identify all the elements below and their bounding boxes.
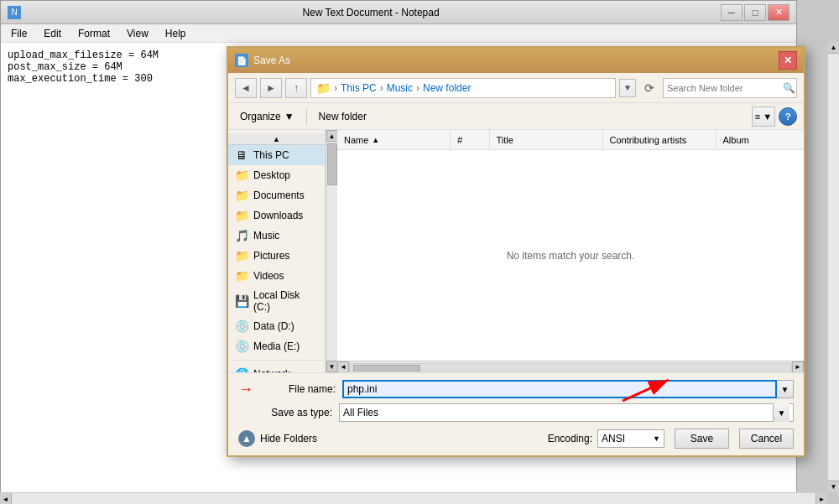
sidebar-item-downloads[interactable]: 📁 Downloads: [228, 205, 325, 226]
documents-icon: 📁: [235, 189, 248, 202]
maximize-button[interactable]: □: [744, 4, 766, 21]
empty-message: No items match your search.: [507, 250, 635, 262]
search-input[interactable]: [667, 83, 783, 93]
menu-view[interactable]: View: [120, 26, 155, 41]
sidebar-item-data-d[interactable]: 💿 Data (D:): [228, 316, 325, 336]
sidebar-item-media-e[interactable]: 💿 Media (E:): [228, 336, 325, 356]
sidebar-item-videos[interactable]: 📁 Videos: [228, 266, 325, 286]
file-name-label: File name:: [260, 383, 336, 395]
sidebar-label-downloads: Downloads: [253, 210, 303, 221]
file-list[interactable]: No items match your search.: [337, 150, 804, 361]
dialog-title-left: 📄 Save As: [235, 54, 290, 67]
horizontal-scrollbar: ◄ ►: [337, 361, 804, 372]
breadcrumb-bar[interactable]: 📁 › This PC › Music › New folder: [310, 78, 616, 98]
sidebar-item-documents[interactable]: 📁 Documents: [228, 185, 325, 205]
notepad-hscroll-left[interactable]: ◄: [0, 493, 12, 504]
horiz-scroll-track[interactable]: [349, 363, 792, 372]
dialog-title-text: Save As: [253, 55, 290, 66]
notepad-close-button[interactable]: ✕: [768, 4, 789, 21]
sidebar-item-this-pc[interactable]: 🖥 This PC: [228, 145, 325, 165]
refresh-button[interactable]: ⟳: [639, 78, 659, 98]
help-button[interactable]: ?: [779, 107, 797, 126]
sidebar-scroll-up[interactable]: ▲: [228, 133, 325, 145]
encoding-dropdown[interactable]: ANSI ▼: [597, 429, 664, 448]
encoding-group: Encoding: ANSI ▼: [548, 429, 664, 448]
notepad-hscrollbar: ◄ ►: [0, 492, 827, 504]
breadcrumb-folder-icon: 📁: [316, 81, 331, 95]
arrow-to-filename: →: [238, 381, 253, 398]
save-type-dropdown-arrow[interactable]: ▼: [773, 403, 789, 422]
cancel-button[interactable]: Cancel: [739, 429, 794, 449]
file-list-container: Name ▲ # Title Contributing artists Albu…: [337, 130, 804, 372]
local-disk-c-icon: 💾: [235, 294, 248, 308]
breadcrumb-dropdown[interactable]: ▼: [619, 79, 636, 97]
sidebar-container: ▲ 🖥 This PC 📁 Desktop 📁 Documents 📁 Down…: [228, 130, 337, 372]
sidebar-item-local-disk-c[interactable]: 💾 Local Disk (C:): [228, 286, 325, 316]
dialog-main-area: ▲ 🖥 This PC 📁 Desktop 📁 Documents 📁 Down…: [228, 130, 804, 372]
sidebar-scrollbar: ▲ ▼: [326, 130, 337, 372]
notepad-title: New Text Document - Notepad: [21, 7, 721, 18]
notepad-scroll-down[interactable]: ▼: [828, 481, 839, 492]
dialog-icon: 📄: [235, 54, 248, 67]
menu-help[interactable]: Help: [159, 26, 193, 41]
save-as-type-container: All Files ▼: [339, 403, 794, 422]
notepad-scroll-up[interactable]: ▲: [828, 42, 839, 54]
forward-button[interactable]: ►: [260, 78, 282, 98]
menu-file[interactable]: File: [4, 26, 34, 41]
dialog-close-button[interactable]: ✕: [779, 51, 797, 70]
header-title[interactable]: Title: [490, 130, 603, 149]
search-bar: 🔍: [663, 78, 797, 98]
save-as-type-row: Save as type: All Files ▼: [238, 403, 794, 422]
nav-bar: ◄ ► ↑ 📁 › This PC › Music › New folder ▼…: [228, 73, 804, 103]
sidebar-label-desktop: Desktop: [253, 169, 290, 181]
sidebar-scrollbar-up[interactable]: ▲: [326, 130, 338, 142]
music-icon: 🎵: [235, 229, 248, 242]
file-name-row: → File name: ▼: [238, 380, 794, 398]
header-album[interactable]: Album: [717, 130, 805, 149]
sidebar-label-media-e: Media (E:): [253, 340, 300, 352]
breadcrumb-new-folder[interactable]: New folder: [423, 82, 471, 94]
horiz-scroll-thumb: [353, 365, 420, 372]
header-name[interactable]: Name ▲: [337, 130, 451, 149]
breadcrumb-this-pc[interactable]: This PC: [341, 82, 377, 94]
header-contributing-artists[interactable]: Contributing artists: [603, 130, 717, 149]
sidebar-item-music[interactable]: 🎵 Music: [228, 226, 325, 246]
menu-format[interactable]: Format: [71, 26, 117, 41]
hide-folders-button[interactable]: ▲ Hide Folders: [238, 430, 317, 447]
organize-button[interactable]: Organize ▼: [235, 109, 300, 124]
horiz-scroll-right[interactable]: ►: [792, 361, 804, 373]
menu-edit[interactable]: Edit: [37, 26, 68, 41]
save-as-type-dropdown[interactable]: All Files ▼: [339, 403, 794, 422]
sidebar-scrollbar-down[interactable]: ▼: [326, 361, 338, 372]
back-button[interactable]: ◄: [235, 78, 257, 98]
sidebar: ▲ 🖥 This PC 📁 Desktop 📁 Documents 📁 Down…: [228, 130, 326, 372]
file-name-input[interactable]: [342, 380, 777, 398]
horiz-scroll-left[interactable]: ◄: [337, 361, 349, 373]
view-button[interactable]: ≡ ▼: [752, 107, 775, 127]
notepad-vscrollbar: ▲ ▼: [827, 42, 839, 492]
search-icon[interactable]: 🔍: [783, 82, 795, 94]
sidebar-divider: [228, 360, 325, 361]
notepad-hscroll-right[interactable]: ►: [816, 493, 827, 504]
new-folder-button[interactable]: New folder: [314, 109, 372, 124]
sidebar-label-pictures: Pictures: [253, 250, 289, 262]
sidebar-label-videos: Videos: [253, 270, 284, 282]
downloads-icon: 📁: [235, 209, 248, 222]
save-as-dialog: 📄 Save As ✕ ◄ ► ↑ 📁 › This PC › Music › …: [227, 46, 805, 457]
encoding-label: Encoding:: [548, 433, 592, 444]
sidebar-item-network[interactable]: 🌐 Network: [228, 364, 325, 372]
desktop-icon: 📁: [235, 169, 248, 182]
header-number[interactable]: #: [451, 130, 490, 149]
save-button[interactable]: Save: [675, 429, 729, 449]
sidebar-label-data-d: Data (D:): [253, 320, 294, 332]
minimize-button[interactable]: ─: [721, 4, 743, 21]
filename-dropdown-arrow[interactable]: ▼: [777, 380, 794, 398]
sidebar-item-desktop[interactable]: 📁 Desktop: [228, 165, 325, 185]
sidebar-item-pictures[interactable]: 📁 Pictures: [228, 246, 325, 266]
breadcrumb-music[interactable]: Music: [387, 82, 413, 94]
window-controls: ─ □ ✕: [721, 4, 789, 21]
sidebar-label-documents: Documents: [253, 190, 305, 201]
sidebar-scrollbar-track: [326, 187, 337, 361]
save-as-type-label: Save as type:: [257, 407, 332, 418]
up-button[interactable]: ↑: [285, 78, 307, 98]
